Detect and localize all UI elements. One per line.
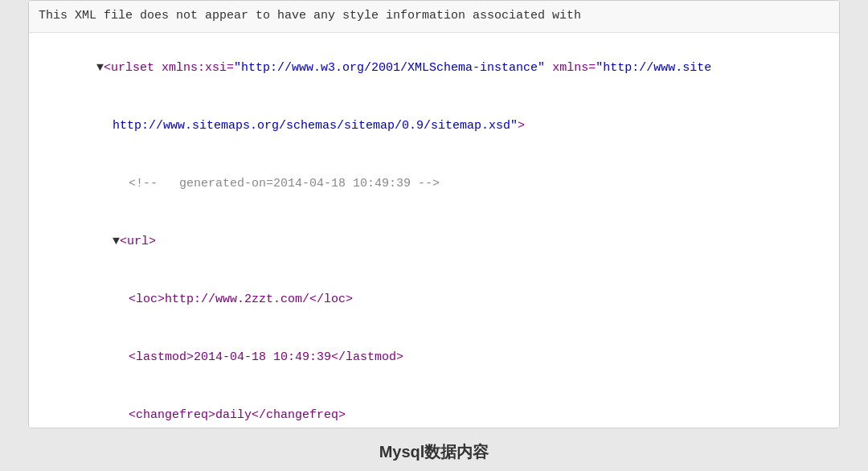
collapse-triangle-2[interactable]: ▼ <box>113 235 120 248</box>
xml-line-5: <loc>http://www.2zzt.com/</loc> <box>39 271 829 329</box>
xml-header-bar: This XML file does not appear to have an… <box>29 1 839 33</box>
header-text: This XML file does not appear to have an… <box>39 9 581 23</box>
xml-line-3: <!-- generated-on=2014-04-18 10:49:39 --… <box>39 155 829 213</box>
main-container: This XML file does not appear to have an… <box>0 0 868 471</box>
xml-line-6: <lastmod>2014-04-18 10:49:39</lastmod> <box>39 329 829 387</box>
collapse-triangle-1[interactable]: ▼ <box>96 61 104 75</box>
caption-text: Mysql数据内容 <box>379 443 489 461</box>
xml-content: ▼<urlset xmlns:xsi="http://www.w3.org/20… <box>29 33 839 429</box>
xml-line-4: ▼<url> <box>39 213 829 271</box>
xml-line-7: <changefreq>daily</changefreq> <box>39 387 829 429</box>
xml-line-2: http://www.sitemaps.org/schemas/sitemap/… <box>39 97 829 155</box>
caption-bar: Mysql数据内容 <box>28 428 840 471</box>
xml-line-1: ▼<urlset xmlns:xsi="http://www.w3.org/20… <box>39 39 829 97</box>
xml-viewer: This XML file does not appear to have an… <box>28 0 840 428</box>
